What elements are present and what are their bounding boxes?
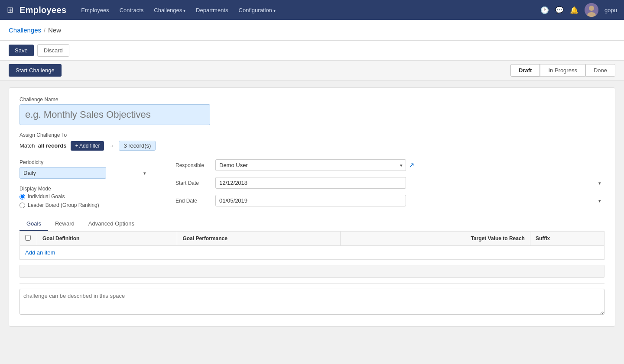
tab-advanced-options[interactable]: Advanced Options — [81, 217, 141, 231]
assign-section: Assign Challenge To Match all records + … — [20, 132, 604, 151]
records-badge: 3 record(s) — [119, 141, 156, 151]
match-prefix: Match — [20, 142, 35, 149]
radio-individual-goals-input[interactable] — [20, 194, 25, 200]
clock-icon[interactable]: 🕐 — [540, 6, 549, 14]
col-target-value: Target Value to Reach — [340, 232, 530, 246]
status-step-draft[interactable]: Draft — [510, 64, 540, 77]
challenge-name-label: Challenge Name — [20, 97, 604, 103]
add-filter-button[interactable]: + Add filter — [71, 141, 104, 151]
arrow-icon: → — [108, 142, 114, 149]
goals-table: Goal Definition Goal Performance Target … — [20, 231, 604, 260]
nav-employees[interactable]: Employees — [77, 5, 113, 15]
responsible-select-group: Demo User ▾ ↗ — [215, 159, 414, 171]
start-date-label: Start Date — [176, 180, 210, 186]
col-checkbox — [20, 232, 37, 246]
discard-button[interactable]: Discard — [37, 44, 69, 57]
form-divider-line — [20, 283, 604, 283]
end-date-input[interactable] — [215, 195, 406, 206]
challenge-name-input[interactable] — [20, 104, 210, 125]
start-date-row: Start Date ▾ — [176, 177, 604, 189]
col-goal-performance: Goal Performance — [177, 232, 340, 246]
username[interactable]: gopu — [604, 7, 617, 13]
col-goal-definition: Goal Definition — [37, 232, 177, 246]
match-bold: all records — [38, 142, 67, 149]
select-all-checkbox[interactable] — [25, 235, 31, 241]
assign-row: Match all records + Add filter → 3 recor… — [20, 141, 604, 151]
nav-challenges[interactable]: Challenges — [150, 5, 190, 15]
grid-icon[interactable]: ⊞ — [7, 5, 13, 15]
display-mode-label: Display Mode — [20, 186, 150, 192]
tabs-container: Goals Reward Advanced Options — [20, 217, 604, 231]
end-date-row: End Date ▾ — [176, 195, 604, 206]
topbar-nav: Employees Contracts Challenges Departmen… — [77, 5, 540, 15]
bell-icon[interactable]: 🔔 — [570, 6, 578, 14]
add-item-link[interactable]: Add an item — [25, 249, 55, 256]
responsible-row: Responsible Demo User ▾ ↗ — [176, 159, 604, 171]
breadcrumb-separator: / — [44, 27, 46, 34]
description-textarea[interactable] — [20, 289, 604, 315]
main-content: Challenge Name Assign Challenge To Match… — [0, 81, 624, 334]
nav-configuration[interactable]: Configuration — [234, 5, 280, 15]
external-link-icon[interactable]: ↗ — [409, 161, 414, 169]
periodicity-select[interactable]: Daily Weekly Monthly Once — [20, 167, 106, 179]
form-card: Challenge Name Assign Challenge To Match… — [9, 87, 615, 327]
topbar-right: 🕐 💬 🔔 gopu — [540, 3, 617, 17]
status-step-done[interactable]: Done — [585, 64, 615, 77]
radio-individual-goals[interactable]: Individual Goals — [20, 193, 150, 200]
status-step-inprogress[interactable]: In Progress — [540, 64, 585, 77]
save-button[interactable]: Save — [9, 45, 34, 56]
end-date-label: End Date — [176, 198, 210, 204]
breadcrumb-current: New — [48, 26, 61, 34]
status-bar: Start Challenge Draft In Progress Done — [0, 61, 624, 81]
start-date-input[interactable] — [215, 177, 406, 189]
status-steps: Draft In Progress Done — [510, 64, 615, 77]
responsible-label: Responsible — [176, 162, 210, 168]
breadcrumb-parent[interactable]: Challenges — [9, 26, 41, 34]
radio-leader-board-label: Leader Board (Group Ranking) — [28, 202, 99, 208]
nav-contracts[interactable]: Contracts — [115, 5, 148, 15]
display-mode-radios: Individual Goals Leader Board (Group Ran… — [20, 193, 150, 208]
start-challenge-button[interactable]: Start Challenge — [9, 64, 62, 77]
assign-label: Assign Challenge To — [20, 132, 604, 138]
radio-leader-board-input[interactable] — [20, 203, 25, 208]
responsible-select[interactable]: Demo User — [215, 159, 406, 171]
tab-goals[interactable]: Goals — [20, 217, 48, 231]
form-dividers — [20, 265, 604, 278]
right-fields: Responsible Demo User ▾ ↗ Start Date — [176, 159, 604, 208]
avatar-icon — [585, 3, 598, 17]
breadcrumb: Challenges / New — [0, 20, 624, 41]
app-name: Employees — [20, 5, 66, 15]
avatar[interactable] — [585, 3, 598, 17]
display-mode-group: Display Mode Individual Goals Leader Boa… — [20, 186, 150, 208]
radio-leader-board[interactable]: Leader Board (Group Ranking) — [20, 202, 150, 208]
radio-individual-goals-label: Individual Goals — [28, 193, 65, 200]
toolbar: Save Discard — [0, 41, 624, 61]
match-text: Match all records — [20, 142, 66, 149]
periodicity-label: Periodicity — [20, 159, 150, 165]
add-item-row: Add an item — [20, 246, 604, 260]
topbar: ⊞ Employees Employees Contracts Challeng… — [0, 0, 624, 20]
chat-icon[interactable]: 💬 — [555, 6, 564, 14]
svg-point-1 — [589, 6, 594, 11]
nav-departments[interactable]: Departments — [192, 5, 232, 15]
col-suffix: Suffix — [530, 232, 604, 246]
tab-reward[interactable]: Reward — [48, 217, 81, 231]
periodicity-group: Periodicity Daily Weekly Monthly Once ▾ — [20, 159, 150, 179]
